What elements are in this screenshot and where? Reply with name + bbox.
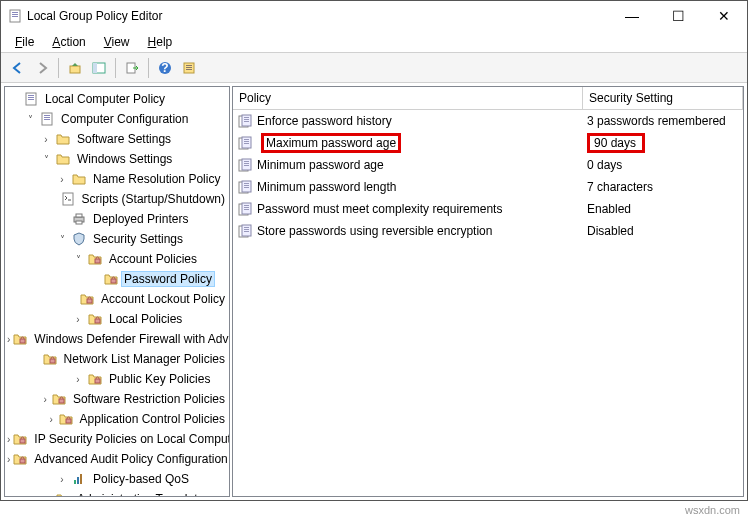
svg-rect-32 [95,379,100,383]
tree-root[interactable]: Local Computer Policy [5,89,229,109]
tree-windows-defender[interactable]: ›Windows Defender Firewall with Advanced… [5,329,229,349]
tree-application-control[interactable]: ›Application Control Policies [5,409,229,429]
column-setting[interactable]: Security Setting [583,87,743,109]
tree-node-label: Computer Configuration [57,111,192,127]
policy-row[interactable]: Password must meet complexity requiremen… [233,198,743,220]
tree-node-label: Public Key Policies [105,371,214,387]
tree-software-restriction[interactable]: ›Software Restriction Policies [5,389,229,409]
expand-toggle-icon[interactable]: › [7,454,10,465]
policy-setting-cell: 90 days [583,136,743,150]
expand-toggle-icon[interactable]: › [55,474,69,485]
policy-row[interactable]: Store passwords using reversible encrypt… [233,220,743,242]
policy-name: Minimum password length [257,180,396,194]
expand-toggle-icon[interactable]: › [55,174,69,185]
menu-help[interactable]: Help [140,32,181,52]
expand-toggle-icon[interactable]: ˅ [55,234,69,245]
tree-software-settings[interactable]: ›Software Settings [5,129,229,149]
tree-deployed-printers[interactable]: Deployed Printers [5,209,229,229]
menu-file[interactable]: File [7,32,42,52]
menubar: File Action View Help [1,31,747,53]
menu-view[interactable]: View [96,32,138,52]
svg-rect-26 [95,259,100,263]
policy-name-cell: Password must meet complexity requiremen… [233,201,583,217]
back-button[interactable] [7,57,29,79]
tree-ip-security[interactable]: ›IP Security Policies on Local Computer [5,429,229,449]
policy-name: Minimum password age [257,158,384,172]
tree-public-key[interactable]: ›Public Key Policies [5,369,229,389]
policy-row[interactable]: Minimum password length7 characters [233,176,743,198]
forward-button[interactable] [31,57,53,79]
svg-rect-33 [59,399,64,403]
tree-node-icon [87,251,103,267]
close-button[interactable]: ✕ [701,1,747,31]
expand-toggle-icon[interactable]: ˅ [23,114,37,125]
tree-admin-templates[interactable]: ›Administrative Templates [5,489,229,497]
expand-toggle-icon[interactable]: › [47,414,56,425]
tree-node-label: Windows Defender Firewall with Advanced … [30,331,230,347]
svg-rect-72 [244,229,249,230]
tree-computer-configuration[interactable]: ˅Computer Configuration [5,109,229,129]
tree-node-label: Administrative Templates [73,491,214,497]
help-button[interactable]: ? [154,57,176,79]
tree-network-list[interactable]: Network List Manager Policies [5,349,229,369]
tree-node-icon [79,291,95,307]
tree-node-icon [71,171,87,187]
tree-node-icon [87,371,103,387]
menu-action[interactable]: Action [44,32,93,52]
tree-advanced-audit[interactable]: ›Advanced Audit Policy Configuration [5,449,229,469]
svg-rect-51 [244,139,249,140]
tree-node-label: Policy-based QoS [89,471,193,487]
expand-toggle-icon[interactable]: › [7,334,10,345]
tree-node-label: Application Control Policies [76,411,229,427]
tree-name-resolution[interactable]: ›Name Resolution Policy [5,169,229,189]
tree-node-label: Local Policies [105,311,186,327]
expand-toggle-icon[interactable]: › [41,394,49,405]
tree-node-icon [103,271,119,287]
tree-node-label: Software Settings [73,131,175,147]
up-button[interactable] [64,57,86,79]
show-hide-tree-button[interactable] [88,57,110,79]
tree-node-label: Account Policies [105,251,201,267]
svg-rect-21 [44,119,50,120]
expand-toggle-icon[interactable]: › [7,434,10,445]
tree-scripts[interactable]: Scripts (Startup/Shutdown) [5,189,229,209]
expand-toggle-icon[interactable]: › [71,314,85,325]
tree-account-lockout[interactable]: Account Lockout Policy [5,289,229,309]
policy-icon [237,113,253,129]
expand-toggle-icon[interactable]: ˅ [71,254,85,265]
tree-pane[interactable]: Local Computer Policy˅Computer Configura… [4,86,230,497]
expand-toggle-icon[interactable]: › [39,134,53,145]
tree-policy-qos[interactable]: ›Policy-based QoS [5,469,229,489]
policy-name: Store passwords using reversible encrypt… [257,224,492,238]
maximize-button[interactable]: ☐ [655,1,701,31]
tree-password-policy[interactable]: Password Policy [5,269,229,289]
svg-rect-35 [20,439,25,443]
svg-text:?: ? [161,61,168,75]
policy-name-cell: Store passwords using reversible encrypt… [233,223,583,239]
export-list-button[interactable] [121,57,143,79]
svg-rect-31 [50,359,55,363]
policy-row[interactable]: Enforce password history3 passwords reme… [233,110,743,132]
tree-node-icon [58,411,74,427]
tree-windows-settings[interactable]: ˅Windows Settings [5,149,229,169]
minimize-button[interactable]: — [609,1,655,31]
policy-row[interactable]: Minimum password age0 days [233,154,743,176]
policy-row[interactable]: Maximum password age90 days [233,132,743,154]
properties-button[interactable] [178,57,200,79]
expand-toggle-icon[interactable]: › [39,494,53,498]
tree-account-policies[interactable]: ˅Account Policies [5,249,229,269]
svg-rect-30 [20,339,25,343]
svg-rect-60 [242,181,251,192]
tree-security-settings[interactable]: ˅Security Settings [5,229,229,249]
tree-node-icon [71,211,87,227]
tree-node-icon [39,111,55,127]
tree-node-icon [55,491,71,497]
expand-toggle-icon[interactable]: ˅ [39,154,53,165]
policy-icon [237,223,253,239]
policy-setting-cell: 3 passwords remembered [583,114,743,128]
tree-local-policies[interactable]: ›Local Policies [5,309,229,329]
tree-node-label: Software Restriction Policies [69,391,229,407]
expand-toggle-icon[interactable]: › [71,374,85,385]
svg-rect-61 [244,183,249,184]
column-policy[interactable]: Policy [233,87,583,109]
